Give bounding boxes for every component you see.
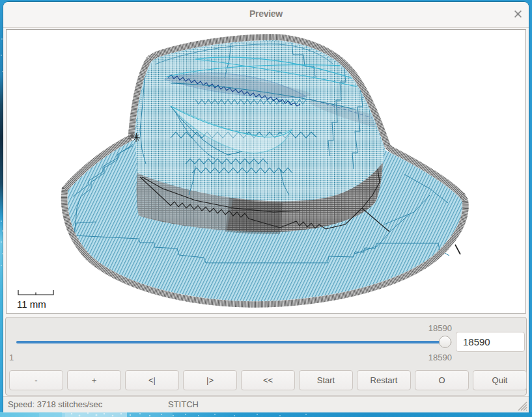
svg-text:11 mm: 11 mm	[17, 299, 46, 310]
